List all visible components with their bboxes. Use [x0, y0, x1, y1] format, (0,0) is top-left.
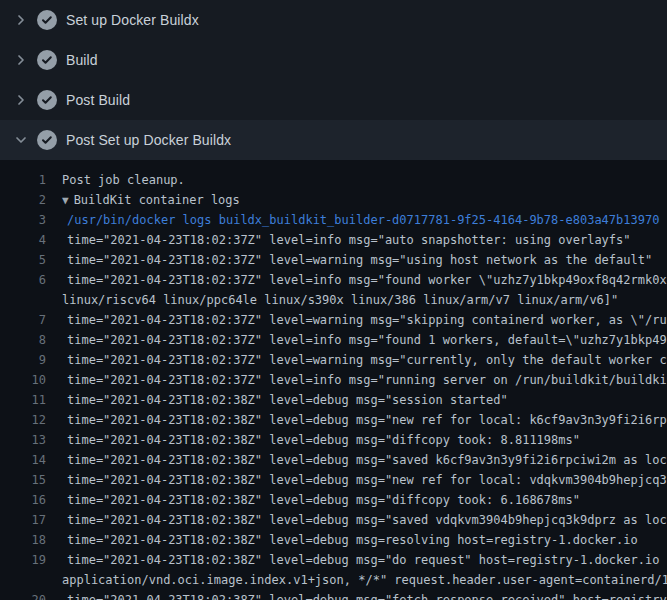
chevron-right-icon: [13, 12, 29, 28]
log-line-number[interactable]: 9: [0, 353, 46, 367]
log-line-text: application/vnd.oci.image.index.v1+json,…: [62, 573, 667, 587]
log-line-text: time="2021-04-23T18:02:37Z" level=warnin…: [67, 313, 667, 327]
log-row: 14 time="2021-04-23T18:02:38Z" level=deb…: [0, 450, 667, 470]
chevron-down-icon: [13, 132, 29, 148]
log-line-text: time="2021-04-23T18:02:38Z" level=debug …: [67, 493, 580, 507]
log-line-number[interactable]: 1: [0, 173, 46, 187]
log-line-text: time="2021-04-23T18:02:38Z" level=debug …: [67, 453, 667, 467]
log-panel: 1 Post job cleanup. 2 ▼ BuildKit contain…: [0, 160, 667, 600]
step-header-set-up-docker-buildx[interactable]: Set up Docker Buildx: [0, 0, 667, 40]
log-row: 15 time="2021-04-23T18:02:38Z" level=deb…: [0, 470, 667, 490]
log-line-text: time="2021-04-23T18:02:38Z" level=debug …: [67, 553, 667, 567]
step-label: Build: [66, 52, 98, 68]
log-line-text: time="2021-04-23T18:02:38Z" level=debug …: [67, 473, 667, 487]
log-line-text: time="2021-04-23T18:02:37Z" level=warnin…: [67, 253, 652, 267]
log-row: linux/riscv64 linux/ppc64le linux/s390x …: [0, 290, 667, 310]
log-line-text: time="2021-04-23T18:02:37Z" level=warnin…: [67, 353, 667, 367]
check-circle-icon: [37, 10, 57, 30]
log-row: 13 time="2021-04-23T18:02:38Z" level=deb…: [0, 430, 667, 450]
log-line-number[interactable]: 18: [0, 533, 46, 547]
log-row: 4 time="2021-04-23T18:02:37Z" level=info…: [0, 230, 667, 250]
actions-log-viewer: Set up Docker Buildx Build Post Build Po…: [0, 0, 667, 600]
log-row: 20 time="2021-04-23T18:02:38Z" level=deb…: [0, 590, 667, 600]
log-line-number[interactable]: 14: [0, 453, 46, 467]
log-row: 17 time="2021-04-23T18:02:38Z" level=deb…: [0, 510, 667, 530]
log-row[interactable]: 2 ▼ BuildKit container logs: [0, 190, 667, 210]
log-line-number[interactable]: 7: [0, 313, 46, 327]
log-line-text: time="2021-04-23T18:02:37Z" level=info m…: [67, 373, 667, 387]
log-row: 19 time="2021-04-23T18:02:38Z" level=deb…: [0, 550, 667, 570]
log-row: application/vnd.oci.image.index.v1+json,…: [0, 570, 667, 590]
chevron-right-icon: [13, 52, 29, 68]
log-line-text: time="2021-04-23T18:02:38Z" level=debug …: [67, 593, 667, 600]
log-line-text: linux/riscv64 linux/ppc64le linux/s390x …: [62, 293, 618, 307]
log-row: 12 time="2021-04-23T18:02:38Z" level=deb…: [0, 410, 667, 430]
log-row: 8 time="2021-04-23T18:02:37Z" level=info…: [0, 330, 667, 350]
log-line-text: time="2021-04-23T18:02:37Z" level=info m…: [67, 333, 667, 347]
log-line-text: /usr/bin/docker logs buildx_buildkit_bui…: [67, 213, 659, 227]
log-line-number[interactable]: 12: [0, 413, 46, 427]
log-row: 1 Post job cleanup.: [0, 170, 667, 190]
log-line-text: time="2021-04-23T18:02:38Z" level=debug …: [67, 393, 508, 407]
log-line-number[interactable]: 5: [0, 253, 46, 267]
log-line-text: time="2021-04-23T18:02:38Z" level=debug …: [67, 533, 638, 547]
log-line-number[interactable]: 11: [0, 393, 46, 407]
log-line-number[interactable]: 17: [0, 513, 46, 527]
chevron-right-icon: [13, 92, 29, 108]
log-row: 3 /usr/bin/docker logs buildx_buildkit_b…: [0, 210, 667, 230]
step-header-post-set-up-docker-buildx[interactable]: Post Set up Docker Buildx: [0, 120, 667, 160]
log-line-number[interactable]: 8: [0, 333, 46, 347]
log-line-number[interactable]: 3: [0, 213, 46, 227]
step-label: Post Set up Docker Buildx: [66, 132, 231, 148]
step-header-post-build[interactable]: Post Build: [0, 80, 667, 120]
group-caret-icon: ▼: [62, 194, 69, 207]
log-line-number[interactable]: 20: [0, 593, 46, 600]
log-line-text: time="2021-04-23T18:02:38Z" level=debug …: [67, 413, 667, 427]
log-line-number[interactable]: 2: [0, 193, 46, 207]
log-line-number[interactable]: 10: [0, 373, 46, 387]
steps-list: Set up Docker Buildx Build Post Build Po…: [0, 0, 667, 160]
log-row: 16 time="2021-04-23T18:02:38Z" level=deb…: [0, 490, 667, 510]
log-row: 7 time="2021-04-23T18:02:37Z" level=warn…: [0, 310, 667, 330]
log-line-number[interactable]: 16: [0, 493, 46, 507]
log-line-text: Post job cleanup.: [62, 173, 185, 187]
log-line-number[interactable]: 4: [0, 233, 46, 247]
log-row: 18 time="2021-04-23T18:02:38Z" level=deb…: [0, 530, 667, 550]
log-row: 5 time="2021-04-23T18:02:37Z" level=warn…: [0, 250, 667, 270]
check-circle-icon: [37, 130, 57, 150]
log-line-number[interactable]: 6: [0, 273, 46, 287]
log-line-number[interactable]: 13: [0, 433, 46, 447]
log-line-text: BuildKit container logs: [74, 193, 240, 207]
log-row: 11 time="2021-04-23T18:02:38Z" level=deb…: [0, 390, 667, 410]
log-line-text: time="2021-04-23T18:02:37Z" level=info m…: [67, 233, 631, 247]
check-circle-icon: [37, 90, 57, 110]
log-line-text: time="2021-04-23T18:02:38Z" level=debug …: [67, 513, 667, 527]
log-line-text: time="2021-04-23T18:02:38Z" level=debug …: [67, 433, 580, 447]
log-line-text: time="2021-04-23T18:02:37Z" level=info m…: [67, 273, 667, 287]
log-line-number[interactable]: 19: [0, 553, 46, 567]
check-circle-icon: [37, 50, 57, 70]
log-row: 6 time="2021-04-23T18:02:37Z" level=info…: [0, 270, 667, 290]
log-row: 10 time="2021-04-23T18:02:37Z" level=inf…: [0, 370, 667, 390]
step-label: Post Build: [66, 92, 130, 108]
log-row: 9 time="2021-04-23T18:02:37Z" level=warn…: [0, 350, 667, 370]
log-line-number[interactable]: 15: [0, 473, 46, 487]
step-header-build[interactable]: Build: [0, 40, 667, 80]
step-label: Set up Docker Buildx: [66, 12, 199, 28]
